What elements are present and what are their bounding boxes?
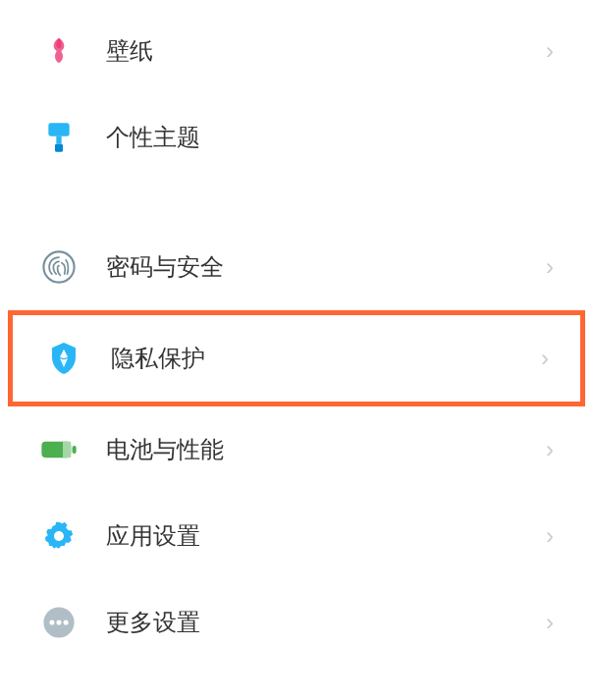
- chevron-right-icon: ›: [546, 522, 554, 550]
- brush-icon: [39, 118, 79, 157]
- settings-list: 壁纸 › 个性主题 密码与安全 ›: [0, 0, 593, 666]
- settings-item-privacy[interactable]: 隐私保护 ›: [8, 310, 585, 406]
- settings-item-password-security[interactable]: 密码与安全 ›: [0, 224, 593, 310]
- settings-item-themes[interactable]: 个性主题: [0, 94, 593, 181]
- chevron-right-icon: ›: [546, 253, 554, 281]
- wallpaper-label: 壁纸: [106, 35, 546, 67]
- settings-item-more-settings[interactable]: 更多设置 ›: [0, 579, 593, 666]
- more-icon: [39, 603, 79, 642]
- svg-point-7: [55, 532, 64, 541]
- battery-icon: [39, 430, 79, 469]
- svg-rect-2: [55, 144, 63, 152]
- svg-point-3: [43, 251, 74, 282]
- shield-icon: [44, 339, 83, 378]
- gear-icon: [39, 516, 79, 556]
- app-settings-label: 应用设置: [106, 520, 546, 552]
- svg-point-11: [64, 619, 69, 624]
- themes-label: 个性主题: [106, 122, 554, 153]
- privacy-label: 隐私保护: [111, 343, 541, 374]
- chevron-right-icon: ›: [546, 436, 554, 463]
- settings-item-battery[interactable]: 电池与性能 ›: [0, 406, 593, 493]
- chevron-right-icon: ›: [541, 345, 549, 372]
- svg-rect-1: [56, 136, 61, 144]
- password-security-label: 密码与安全: [106, 251, 546, 283]
- svg-point-9: [49, 619, 54, 624]
- svg-rect-0: [48, 123, 69, 135]
- chevron-right-icon: ›: [546, 609, 554, 636]
- settings-item-app-settings[interactable]: 应用设置 ›: [0, 493, 593, 579]
- section-divider: [0, 192, 593, 212]
- more-settings-label: 更多设置: [106, 607, 546, 638]
- settings-item-wallpaper[interactable]: 壁纸 ›: [0, 8, 593, 94]
- chevron-right-icon: ›: [546, 37, 554, 65]
- fingerprint-icon: [39, 247, 79, 287]
- svg-point-10: [56, 619, 61, 624]
- tulip-icon: [39, 31, 79, 71]
- battery-label: 电池与性能: [106, 434, 546, 465]
- svg-rect-5: [73, 446, 77, 454]
